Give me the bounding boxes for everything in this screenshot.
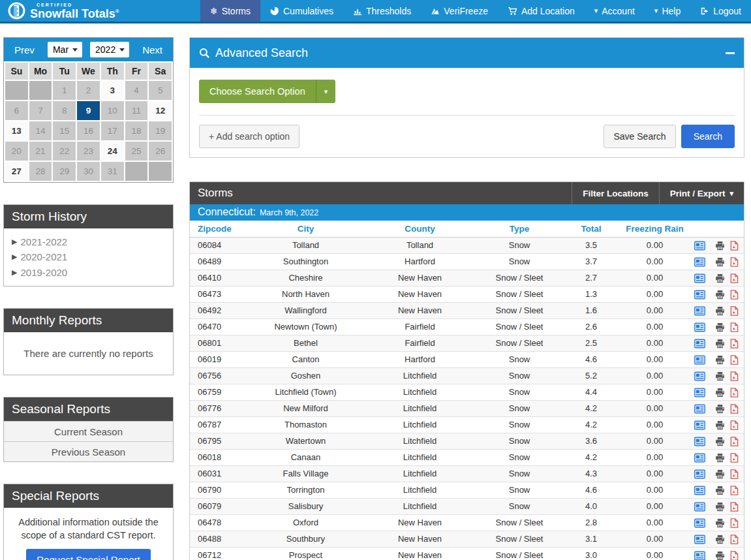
print-export-button[interactable]: Print / Export ▾ [659, 182, 744, 204]
calendar-day[interactable]: 13 [5, 121, 28, 140]
calendar-day[interactable]: 5 [149, 81, 172, 100]
pdf-icon[interactable] [729, 404, 739, 414]
brand-logo[interactable]: CERTIFIED Snowfall Totals® [0, 0, 127, 22]
calendar-day[interactable]: 28 [29, 162, 52, 181]
calendar-day[interactable]: 7 [29, 101, 52, 120]
column-header-zipcode[interactable]: Zipcode [190, 221, 249, 237]
calendar-day[interactable]: 25 [125, 142, 148, 161]
pdf-icon[interactable] [729, 257, 739, 267]
storm-history-item-2020-2021[interactable]: ▶ 2020-2021 [12, 249, 165, 264]
pdf-icon[interactable] [729, 469, 739, 479]
calendar-day[interactable] [5, 81, 28, 100]
calendar-day[interactable]: 24 [101, 142, 124, 161]
nav-item-logout[interactable]: Logout [690, 0, 751, 22]
nav-item-help[interactable]: ▾ Help [645, 0, 690, 22]
view-report-icon[interactable] [694, 306, 705, 316]
pdf-icon[interactable] [729, 518, 739, 528]
collapse-minus-icon[interactable] [726, 52, 735, 54]
view-report-icon[interactable] [694, 486, 705, 495]
printer-icon[interactable] [715, 551, 725, 560]
view-report-icon[interactable] [694, 437, 705, 446]
year-select[interactable]: 2022 [90, 42, 129, 57]
nav-item-verifreeze[interactable]: VeriFreeze [421, 0, 498, 22]
view-report-icon[interactable] [694, 290, 705, 300]
calendar-day[interactable] [29, 81, 52, 100]
pdf-icon[interactable] [729, 322, 739, 332]
previous-season-link[interactable]: Previous Season [4, 441, 173, 461]
view-report-icon[interactable] [694, 322, 705, 332]
pdf-icon[interactable] [729, 371, 739, 381]
calendar-day[interactable]: 21 [29, 142, 52, 161]
calendar-day[interactable]: 6 [5, 101, 28, 120]
pdf-icon[interactable] [729, 437, 739, 446]
calendar-day[interactable]: 1 [53, 81, 76, 100]
calendar-day[interactable]: 2 [77, 81, 100, 100]
pdf-icon[interactable] [729, 486, 739, 495]
printer-icon[interactable] [715, 322, 725, 332]
pdf-icon[interactable] [729, 290, 739, 300]
nav-item-storms[interactable]: ❄ Storms [200, 0, 260, 22]
printer-icon[interactable] [715, 486, 725, 495]
view-report-icon[interactable] [694, 371, 705, 381]
view-report-icon[interactable] [694, 388, 705, 397]
calendar-day[interactable] [125, 162, 148, 181]
calendar-day[interactable]: 17 [101, 121, 124, 140]
nav-item-account[interactable]: ▾ Account [585, 0, 645, 22]
calendar-day[interactable]: 4 [125, 81, 148, 100]
view-report-icon[interactable] [694, 339, 705, 349]
pdf-icon[interactable] [729, 535, 739, 544]
view-report-icon[interactable] [694, 502, 705, 512]
pdf-icon[interactable] [729, 355, 739, 365]
calendar-day[interactable]: 23 [77, 142, 100, 161]
view-report-icon[interactable] [694, 355, 705, 365]
printer-icon[interactable] [715, 273, 725, 283]
pdf-icon[interactable] [729, 420, 739, 430]
nav-item-thresholds[interactable]: Thresholds [343, 0, 421, 22]
column-header-total[interactable]: Total [562, 221, 621, 237]
view-report-icon[interactable] [694, 273, 705, 283]
printer-icon[interactable] [715, 453, 725, 463]
printer-icon[interactable] [715, 355, 725, 365]
pdf-icon[interactable] [729, 551, 739, 560]
printer-icon[interactable] [715, 306, 725, 316]
calendar-day[interactable]: 19 [149, 121, 172, 140]
printer-icon[interactable] [715, 257, 725, 267]
month-select[interactable]: Mar [48, 42, 82, 57]
calendar-day[interactable]: 26 [149, 142, 172, 161]
request-special-report-button[interactable]: Request Special Report [26, 549, 150, 560]
calendar-day[interactable]: 20 [5, 142, 28, 161]
calendar-day[interactable]: 27 [5, 162, 28, 181]
calendar-prev-button[interactable]: Prev [9, 42, 40, 58]
pdf-icon[interactable] [729, 502, 739, 512]
save-search-button[interactable]: Save Search [604, 125, 675, 148]
column-header-county[interactable]: County [363, 221, 477, 237]
view-report-icon[interactable] [694, 518, 705, 528]
calendar-next-button[interactable]: Next [137, 42, 168, 58]
calendar-day[interactable]: 10 [101, 101, 124, 120]
view-report-icon[interactable] [694, 535, 705, 544]
column-header-freezing-rain[interactable]: Freezing Rain [621, 221, 689, 237]
calendar-day[interactable]: 11 [125, 101, 148, 120]
calendar-day[interactable]: 15 [53, 121, 76, 140]
view-report-icon[interactable] [694, 551, 705, 560]
printer-icon[interactable] [715, 535, 725, 544]
pdf-icon[interactable] [729, 388, 739, 397]
nav-item-add-location[interactable]: Add Location [498, 0, 585, 22]
printer-icon[interactable] [715, 404, 725, 414]
printer-icon[interactable] [715, 388, 725, 397]
current-season-link[interactable]: Current Season [4, 421, 173, 441]
printer-icon[interactable] [715, 339, 725, 349]
calendar-day[interactable]: 3 [101, 81, 124, 100]
pdf-icon[interactable] [729, 306, 739, 316]
caret-down-icon[interactable]: ▾ [316, 80, 336, 103]
choose-search-option-button[interactable]: Choose Search Option ▾ [199, 80, 335, 103]
calendar-day[interactable]: 16 [77, 121, 100, 140]
view-report-icon[interactable] [694, 404, 705, 414]
search-button[interactable]: Search [681, 125, 735, 148]
printer-icon[interactable] [715, 290, 725, 300]
calendar-day[interactable]: 18 [125, 121, 148, 140]
add-search-option-button[interactable]: + Add search option [199, 125, 299, 148]
calendar-day[interactable]: 29 [53, 162, 76, 181]
column-header-type[interactable]: Type [477, 221, 562, 237]
calendar-day[interactable]: 30 [77, 162, 100, 181]
